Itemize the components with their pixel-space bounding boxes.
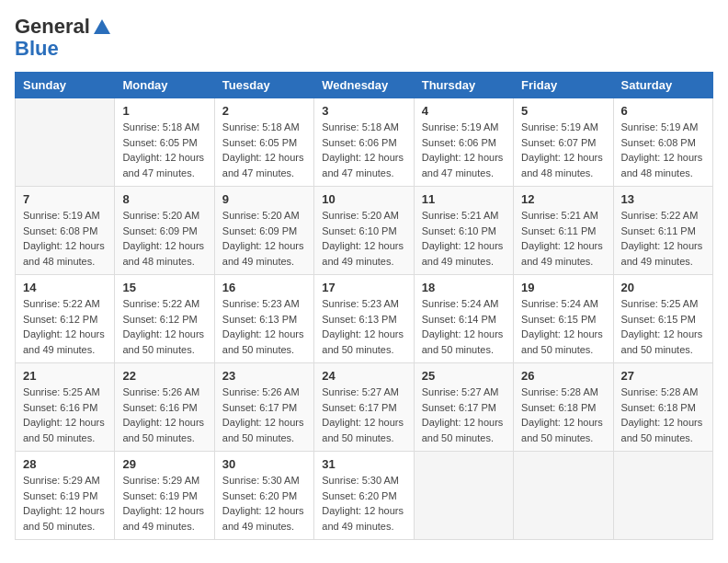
day-info: Sunrise: 5:18 AM Sunset: 6:05 PM Dayligh… bbox=[122, 120, 206, 180]
day-number: 16 bbox=[222, 281, 306, 294]
day-number: 1 bbox=[122, 104, 206, 118]
calendar-cell: 29Sunrise: 5:29 AM Sunset: 6:19 PM Dayli… bbox=[115, 452, 214, 540]
day-info: Sunrise: 5:19 AM Sunset: 6:08 PM Dayligh… bbox=[23, 208, 107, 269]
calendar-cell bbox=[414, 452, 513, 540]
svg-marker-0 bbox=[94, 19, 110, 34]
day-info: Sunrise: 5:19 AM Sunset: 6:07 PM Dayligh… bbox=[521, 120, 605, 180]
day-info: Sunrise: 5:27 AM Sunset: 6:17 PM Dayligh… bbox=[422, 385, 506, 445]
day-info: Sunrise: 5:18 AM Sunset: 6:06 PM Dayligh… bbox=[322, 120, 405, 180]
day-number: 10 bbox=[322, 192, 405, 206]
day-number: 24 bbox=[322, 369, 405, 383]
day-number: 13 bbox=[621, 192, 705, 206]
calendar-cell: 23Sunrise: 5:26 AM Sunset: 6:17 PM Dayli… bbox=[214, 363, 313, 452]
weekday-header-monday: Monday bbox=[115, 73, 214, 98]
day-info: Sunrise: 5:29 AM Sunset: 6:19 PM Dayligh… bbox=[23, 473, 107, 534]
day-number: 2 bbox=[222, 104, 306, 118]
day-number: 23 bbox=[222, 369, 306, 383]
day-info: Sunrise: 5:25 AM Sunset: 6:16 PM Dayligh… bbox=[23, 385, 107, 445]
day-info: Sunrise: 5:20 AM Sunset: 6:09 PM Dayligh… bbox=[122, 208, 206, 269]
day-number: 20 bbox=[621, 281, 705, 294]
day-number: 15 bbox=[122, 281, 206, 294]
week-row-3: 21Sunrise: 5:25 AM Sunset: 6:16 PM Dayli… bbox=[16, 363, 713, 452]
calendar-cell: 21Sunrise: 5:25 AM Sunset: 6:16 PM Dayli… bbox=[16, 363, 115, 452]
day-number: 12 bbox=[521, 192, 605, 206]
day-number: 7 bbox=[23, 192, 107, 206]
calendar-cell: 28Sunrise: 5:29 AM Sunset: 6:19 PM Dayli… bbox=[16, 452, 115, 540]
day-info: Sunrise: 5:24 AM Sunset: 6:14 PM Dayligh… bbox=[422, 296, 506, 357]
calendar-cell: 18Sunrise: 5:24 AM Sunset: 6:14 PM Dayli… bbox=[414, 275, 513, 363]
calendar-cell: 27Sunrise: 5:28 AM Sunset: 6:18 PM Dayli… bbox=[613, 363, 712, 452]
calendar-cell: 14Sunrise: 5:22 AM Sunset: 6:12 PM Dayli… bbox=[16, 275, 115, 363]
day-info: Sunrise: 5:29 AM Sunset: 6:19 PM Dayligh… bbox=[122, 473, 206, 534]
calendar-cell: 13Sunrise: 5:22 AM Sunset: 6:11 PM Dayli… bbox=[613, 187, 712, 275]
calendar-cell: 8Sunrise: 5:20 AM Sunset: 6:09 PM Daylig… bbox=[115, 187, 214, 275]
day-number: 27 bbox=[621, 369, 705, 383]
day-info: Sunrise: 5:26 AM Sunset: 6:16 PM Dayligh… bbox=[122, 385, 206, 445]
day-info: Sunrise: 5:20 AM Sunset: 6:09 PM Dayligh… bbox=[222, 208, 306, 269]
calendar-cell bbox=[613, 452, 712, 540]
day-number: 9 bbox=[222, 192, 306, 206]
calendar: SundayMondayTuesdayWednesdayThursdayFrid… bbox=[15, 72, 713, 540]
day-number: 3 bbox=[322, 104, 405, 118]
calendar-cell: 26Sunrise: 5:28 AM Sunset: 6:18 PM Dayli… bbox=[514, 363, 613, 452]
weekday-header-tuesday: Tuesday bbox=[214, 73, 313, 98]
weekday-header-thursday: Thursday bbox=[414, 73, 513, 98]
weekday-header-row: SundayMondayTuesdayWednesdayThursdayFrid… bbox=[16, 73, 713, 98]
calendar-cell: 11Sunrise: 5:21 AM Sunset: 6:10 PM Dayli… bbox=[414, 187, 513, 275]
day-info: Sunrise: 5:21 AM Sunset: 6:11 PM Dayligh… bbox=[521, 208, 605, 269]
day-info: Sunrise: 5:28 AM Sunset: 6:18 PM Dayligh… bbox=[621, 385, 705, 445]
calendar-cell: 4Sunrise: 5:19 AM Sunset: 6:06 PM Daylig… bbox=[414, 98, 513, 187]
day-number: 5 bbox=[521, 104, 605, 118]
day-number: 18 bbox=[422, 281, 506, 294]
calendar-cell bbox=[16, 98, 115, 187]
week-row-4: 28Sunrise: 5:29 AM Sunset: 6:19 PM Dayli… bbox=[16, 452, 713, 540]
day-info: Sunrise: 5:30 AM Sunset: 6:20 PM Dayligh… bbox=[322, 473, 405, 534]
day-number: 30 bbox=[222, 457, 306, 471]
day-number: 28 bbox=[23, 457, 107, 471]
calendar-cell: 12Sunrise: 5:21 AM Sunset: 6:11 PM Dayli… bbox=[514, 187, 613, 275]
day-number: 22 bbox=[122, 369, 206, 383]
calendar-cell: 9Sunrise: 5:20 AM Sunset: 6:09 PM Daylig… bbox=[214, 187, 313, 275]
day-number: 29 bbox=[122, 457, 206, 471]
calendar-cell: 5Sunrise: 5:19 AM Sunset: 6:07 PM Daylig… bbox=[514, 98, 613, 187]
day-info: Sunrise: 5:22 AM Sunset: 6:12 PM Dayligh… bbox=[23, 296, 107, 357]
week-row-0: 1Sunrise: 5:18 AM Sunset: 6:05 PM Daylig… bbox=[16, 98, 713, 187]
day-info: Sunrise: 5:20 AM Sunset: 6:10 PM Dayligh… bbox=[322, 208, 405, 269]
calendar-cell: 2Sunrise: 5:18 AM Sunset: 6:05 PM Daylig… bbox=[214, 98, 313, 187]
day-info: Sunrise: 5:19 AM Sunset: 6:08 PM Dayligh… bbox=[621, 120, 705, 180]
weekday-header-saturday: Saturday bbox=[613, 73, 712, 98]
calendar-cell: 10Sunrise: 5:20 AM Sunset: 6:10 PM Dayli… bbox=[314, 187, 414, 275]
day-number: 6 bbox=[621, 104, 705, 118]
weekday-header-wednesday: Wednesday bbox=[314, 73, 414, 98]
page-header: General Blue bbox=[15, 15, 713, 61]
calendar-cell: 15Sunrise: 5:22 AM Sunset: 6:12 PM Dayli… bbox=[115, 275, 214, 363]
day-info: Sunrise: 5:30 AM Sunset: 6:20 PM Dayligh… bbox=[222, 473, 306, 534]
day-info: Sunrise: 5:23 AM Sunset: 6:13 PM Dayligh… bbox=[322, 296, 405, 357]
calendar-cell: 22Sunrise: 5:26 AM Sunset: 6:16 PM Dayli… bbox=[115, 363, 214, 452]
calendar-cell: 20Sunrise: 5:25 AM Sunset: 6:15 PM Dayli… bbox=[613, 275, 712, 363]
day-info: Sunrise: 5:22 AM Sunset: 6:11 PM Dayligh… bbox=[621, 208, 705, 269]
day-info: Sunrise: 5:19 AM Sunset: 6:06 PM Dayligh… bbox=[422, 120, 506, 180]
calendar-cell: 17Sunrise: 5:23 AM Sunset: 6:13 PM Dayli… bbox=[314, 275, 414, 363]
logo-blue-text: Blue bbox=[15, 37, 59, 60]
logo-triangle-icon bbox=[92, 17, 112, 37]
day-number: 21 bbox=[23, 369, 107, 383]
calendar-cell: 31Sunrise: 5:30 AM Sunset: 6:20 PM Dayli… bbox=[314, 452, 414, 540]
day-info: Sunrise: 5:25 AM Sunset: 6:15 PM Dayligh… bbox=[621, 296, 705, 357]
day-number: 17 bbox=[322, 281, 405, 294]
calendar-cell: 24Sunrise: 5:27 AM Sunset: 6:17 PM Dayli… bbox=[314, 363, 414, 452]
day-info: Sunrise: 5:21 AM Sunset: 6:10 PM Dayligh… bbox=[422, 208, 506, 269]
logo-general-text: General bbox=[15, 15, 90, 39]
week-row-2: 14Sunrise: 5:22 AM Sunset: 6:12 PM Dayli… bbox=[16, 275, 713, 363]
calendar-cell: 7Sunrise: 5:19 AM Sunset: 6:08 PM Daylig… bbox=[16, 187, 115, 275]
calendar-cell: 30Sunrise: 5:30 AM Sunset: 6:20 PM Dayli… bbox=[214, 452, 313, 540]
calendar-cell: 25Sunrise: 5:27 AM Sunset: 6:17 PM Dayli… bbox=[414, 363, 513, 452]
calendar-cell: 6Sunrise: 5:19 AM Sunset: 6:08 PM Daylig… bbox=[613, 98, 712, 187]
day-number: 11 bbox=[422, 192, 506, 206]
calendar-cell: 16Sunrise: 5:23 AM Sunset: 6:13 PM Dayli… bbox=[214, 275, 313, 363]
day-number: 4 bbox=[422, 104, 506, 118]
day-info: Sunrise: 5:28 AM Sunset: 6:18 PM Dayligh… bbox=[521, 385, 605, 445]
day-number: 14 bbox=[23, 281, 107, 294]
day-number: 25 bbox=[422, 369, 506, 383]
calendar-cell: 1Sunrise: 5:18 AM Sunset: 6:05 PM Daylig… bbox=[115, 98, 214, 187]
